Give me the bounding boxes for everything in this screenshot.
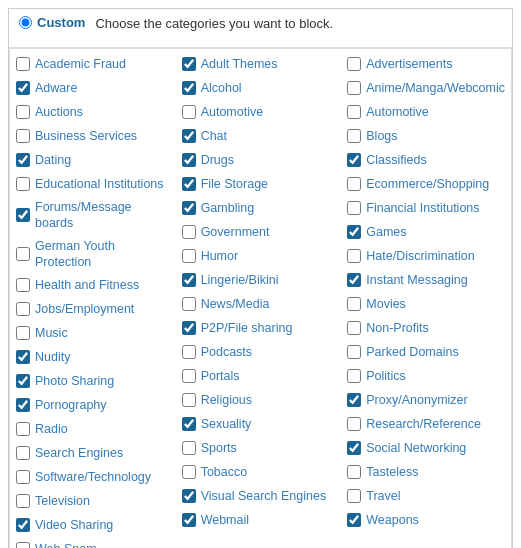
category-label: Academic Fraud [35, 56, 126, 72]
category-label: Tasteless [366, 464, 418, 480]
category-checkbox[interactable] [347, 201, 361, 215]
category-checkbox[interactable] [16, 278, 30, 292]
category-label: Advertisements [366, 56, 452, 72]
list-item: Humor [182, 245, 336, 267]
category-label: Search Engines [35, 445, 123, 461]
category-checkbox[interactable] [16, 208, 30, 222]
custom-radio-option[interactable]: Custom [19, 15, 85, 30]
category-checkbox[interactable] [347, 393, 361, 407]
category-checkbox[interactable] [16, 518, 30, 532]
category-checkbox[interactable] [182, 489, 196, 503]
category-label: Classifieds [366, 152, 426, 168]
category-checkbox[interactable] [182, 345, 196, 359]
list-item: Automotive [347, 101, 505, 123]
category-checkbox[interactable] [347, 489, 361, 503]
category-label: German Youth Protection [35, 238, 170, 271]
category-checkbox[interactable] [347, 441, 361, 455]
category-checkbox[interactable] [182, 225, 196, 239]
category-checkbox[interactable] [182, 273, 196, 287]
category-checkbox[interactable] [182, 177, 196, 191]
category-checkbox[interactable] [16, 129, 30, 143]
category-label: Tobacco [201, 464, 248, 480]
category-checkbox[interactable] [347, 369, 361, 383]
list-item: Dating [16, 149, 170, 171]
category-checkbox[interactable] [347, 513, 361, 527]
list-item: Parked Domains [347, 341, 505, 363]
category-checkbox[interactable] [182, 513, 196, 527]
category-checkbox[interactable] [347, 81, 361, 95]
category-checkbox[interactable] [16, 326, 30, 340]
category-checkbox[interactable] [347, 153, 361, 167]
custom-radio-input[interactable] [19, 16, 32, 29]
category-checkbox[interactable] [347, 321, 361, 335]
category-checkbox[interactable] [16, 542, 30, 548]
category-label: Chat [201, 128, 227, 144]
custom-radio-label: Custom [37, 15, 85, 30]
category-checkbox[interactable] [347, 105, 361, 119]
category-checkbox[interactable] [16, 153, 30, 167]
list-item: Podcasts [182, 341, 336, 363]
category-checkbox[interactable] [182, 297, 196, 311]
category-checkbox[interactable] [16, 350, 30, 364]
category-label: News/Media [201, 296, 270, 312]
category-checkbox[interactable] [182, 441, 196, 455]
category-checkbox[interactable] [16, 422, 30, 436]
category-checkbox[interactable] [182, 249, 196, 263]
category-checkbox[interactable] [16, 81, 30, 95]
category-checkbox[interactable] [182, 105, 196, 119]
list-item: Music [16, 322, 170, 344]
category-checkbox[interactable] [182, 129, 196, 143]
category-checkbox[interactable] [182, 465, 196, 479]
category-label: Hate/Discrimination [366, 248, 474, 264]
category-checkbox[interactable] [16, 398, 30, 412]
category-checkbox[interactable] [347, 129, 361, 143]
list-item: Educational Institutions [16, 173, 170, 195]
category-checkbox[interactable] [182, 57, 196, 71]
category-checkbox[interactable] [347, 345, 361, 359]
list-item: Jobs/Employment [16, 298, 170, 320]
category-checkbox[interactable] [347, 177, 361, 191]
category-checkbox[interactable] [16, 494, 30, 508]
category-checkbox[interactable] [347, 225, 361, 239]
category-checkbox[interactable] [182, 201, 196, 215]
category-label: Games [366, 224, 406, 240]
category-label: Pornography [35, 397, 107, 413]
list-item: Photo Sharing [16, 370, 170, 392]
category-checkbox[interactable] [347, 57, 361, 71]
category-checkbox[interactable] [16, 177, 30, 191]
list-item: Academic Fraud [16, 53, 170, 75]
category-label: Instant Messaging [366, 272, 467, 288]
category-checkbox[interactable] [16, 470, 30, 484]
category-label: Lingerie/Bikini [201, 272, 279, 288]
category-checkbox[interactable] [347, 297, 361, 311]
category-checkbox[interactable] [182, 321, 196, 335]
category-checkbox[interactable] [182, 81, 196, 95]
category-checkbox[interactable] [16, 302, 30, 316]
category-checkbox[interactable] [182, 417, 196, 431]
list-item: Adult Themes [182, 53, 336, 75]
category-label: Jobs/Employment [35, 301, 134, 317]
category-checkbox[interactable] [182, 369, 196, 383]
category-checkbox[interactable] [16, 446, 30, 460]
category-checkbox[interactable] [347, 465, 361, 479]
category-checkbox[interactable] [347, 417, 361, 431]
category-checkbox[interactable] [347, 249, 361, 263]
category-label: Sexuality [201, 416, 252, 432]
list-item: Gambling [182, 197, 336, 219]
list-item: Drugs [182, 149, 336, 171]
category-label: Religious [201, 392, 252, 408]
list-item: German Youth Protection [16, 236, 170, 273]
category-label: Parked Domains [366, 344, 458, 360]
category-checkbox[interactable] [347, 273, 361, 287]
category-checkbox[interactable] [16, 374, 30, 388]
category-checkbox[interactable] [16, 57, 30, 71]
category-checkbox[interactable] [16, 105, 30, 119]
list-item: Non-Profits [347, 317, 505, 339]
category-label: Humor [201, 248, 239, 264]
list-item: Webmail [182, 509, 336, 531]
category-checkbox[interactable] [16, 247, 30, 261]
category-checkbox[interactable] [182, 153, 196, 167]
category-label: File Storage [201, 176, 268, 192]
category-label: Podcasts [201, 344, 252, 360]
category-checkbox[interactable] [182, 393, 196, 407]
